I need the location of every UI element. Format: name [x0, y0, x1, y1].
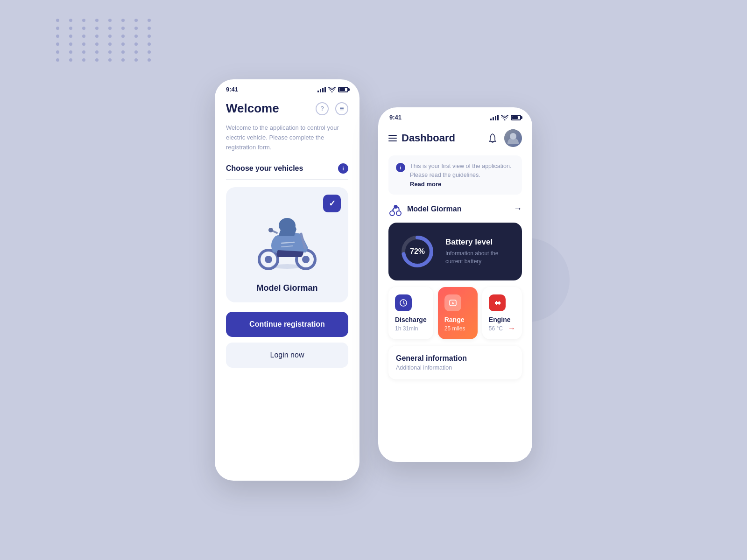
continue-registration-button[interactable]: Continue registration [226, 312, 348, 337]
svg-point-4 [302, 256, 310, 263]
range-title: Range [444, 316, 471, 323]
welcome-title: Welcome [226, 101, 279, 116]
info-banner: i This is your first view of the applica… [388, 155, 522, 195]
discharge-icon-wrap [395, 294, 412, 311]
model-name: Model Giorman [407, 205, 461, 213]
svg-point-5 [279, 218, 296, 233]
read-more-link[interactable]: Read more [410, 181, 441, 188]
svg-point-2 [265, 256, 272, 263]
vehicle-name: Model Giorman [256, 283, 317, 293]
check-badge [323, 195, 341, 212]
range-card[interactable]: A Range 25 miles [438, 287, 478, 339]
info-banner-text: This is your first view of the applicati… [410, 162, 514, 180]
dashboard-header: Dashboard [388, 129, 522, 147]
signal-bars-icon [317, 87, 326, 92]
right-signal-bars-icon [490, 115, 499, 120]
discharge-card[interactable]: Discharge 1h 31min [388, 287, 433, 339]
battery-title: Battery level [445, 238, 512, 247]
battery-description: Information about the current battery [445, 250, 512, 266]
user-avatar [504, 129, 522, 147]
welcome-description: Welcome to the application to control yo… [226, 123, 348, 152]
right-wifi-icon [501, 115, 508, 120]
right-status-time: 9:41 [389, 114, 402, 121]
general-info-title: General information [396, 354, 514, 363]
svg-point-9 [396, 211, 401, 216]
battery-percent-label: 72% [410, 247, 425, 256]
model-left: Model Giorman [388, 202, 461, 216]
general-info-card: General information Additional informati… [388, 346, 522, 379]
general-info-subtitle: Additional information [396, 364, 514, 371]
scooter-illustration [250, 201, 324, 276]
engine-arrow-icon: → [508, 324, 515, 333]
left-phone-content: Welcome ? ≡ Welcome to the application t… [215, 97, 359, 379]
right-phone-content: Dashboard i [378, 125, 532, 391]
menu-icon[interactable]: ≡ [335, 102, 348, 115]
svg-point-10 [394, 205, 398, 209]
info-banner-icon: i [396, 163, 405, 172]
model-arrow-icon[interactable]: → [514, 204, 522, 214]
right-status-bar: 9:41 [378, 107, 532, 125]
dashboard-right [486, 129, 522, 147]
left-status-icons [317, 87, 348, 92]
svg-text:A: A [451, 301, 454, 305]
right-status-icons [490, 115, 521, 120]
choose-vehicles-label: Choose your vehicles [226, 164, 303, 173]
choose-vehicles-row: Choose your vehicles i [226, 163, 348, 174]
battery-donut-chart: 72% [399, 233, 436, 270]
info-banner-body: This is your first view of the applicati… [410, 162, 514, 188]
hamburger-menu-icon[interactable] [388, 135, 397, 141]
right-battery-icon [511, 115, 521, 120]
engine-icon-wrap [489, 294, 506, 311]
notification-bell-icon[interactable] [486, 132, 499, 144]
dashboard-left: Dashboard [388, 132, 455, 144]
engine-card[interactable]: Engine 56 °C → [482, 287, 522, 339]
divider [226, 179, 348, 180]
login-now-button[interactable]: Login now [226, 343, 348, 368]
range-value: 25 miles [444, 325, 471, 332]
dashboard-title: Dashboard [402, 132, 455, 144]
help-icon[interactable]: ? [316, 102, 329, 115]
model-row: Model Giorman → [388, 202, 522, 216]
svg-point-8 [390, 211, 395, 216]
discharge-value: 1h 31min [395, 325, 427, 332]
discharge-title: Discharge [395, 316, 427, 323]
vehicle-card[interactable]: Model Giorman [226, 187, 348, 302]
wifi-icon [328, 87, 336, 92]
left-status-time: 9:41 [226, 86, 238, 93]
range-icon-wrap: A [444, 294, 461, 311]
left-phone: 9:41 Welcome ? [215, 79, 359, 481]
header-icons: ? ≡ [316, 102, 348, 115]
battery-card: 72% Battery level Information about the … [388, 223, 522, 280]
model-scooter-icon [388, 202, 402, 216]
left-status-bar: 9:41 [215, 79, 359, 97]
phones-container: 9:41 Welcome ? [215, 79, 532, 481]
engine-title: Engine [489, 316, 515, 323]
svg-point-7 [268, 228, 273, 232]
battery-icon [338, 87, 348, 92]
vehicles-info-icon[interactable]: i [338, 163, 348, 174]
background-dots [56, 19, 156, 62]
stats-row: Discharge 1h 31min A Range 25 miles [388, 287, 522, 339]
right-phone: 9:41 [378, 107, 532, 462]
welcome-header: Welcome ? ≡ [226, 101, 348, 116]
battery-info: Battery level Information about the curr… [445, 238, 512, 266]
